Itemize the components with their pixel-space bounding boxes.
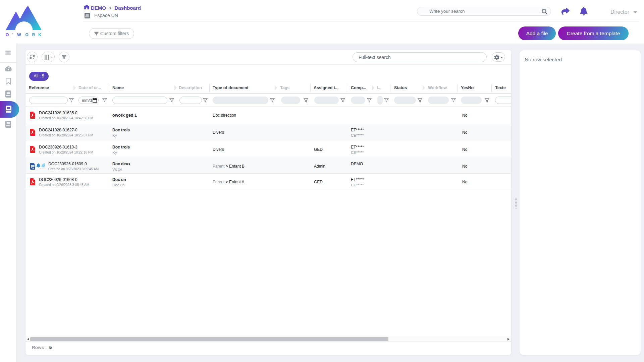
svg-text:O: O [6,33,9,37]
svg-text:': ' [12,33,13,37]
svg-text:K: K [38,33,41,37]
svg-text:O: O [25,33,29,37]
svg-text:W: W [17,33,21,37]
svg-text:w: w [32,167,35,169]
svg-text:R: R [32,33,35,37]
